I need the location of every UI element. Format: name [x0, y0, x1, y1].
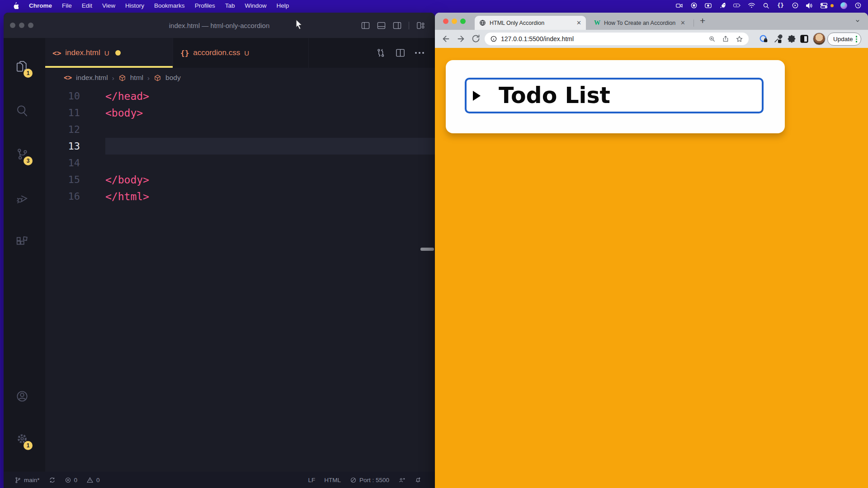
menu-history[interactable]: History [120, 0, 149, 11]
url-text[interactable]: 127.0.0.1:5500/index.html [501, 35, 574, 42]
volume-icon[interactable] [806, 2, 813, 9]
profile-avatar[interactable] [813, 33, 826, 45]
vscode-title-bar[interactable]: index.html — html-only-accordion [4, 13, 435, 38]
problems-errors[interactable]: 0 [65, 477, 78, 483]
browser-tab-active[interactable]: HTML Only Accordion ✕ [475, 16, 586, 30]
wifi-icon[interactable] [748, 2, 755, 9]
problems-warnings[interactable]: 0 [86, 477, 100, 483]
tab-accordion-css[interactable]: {} accordion.css U [173, 38, 309, 68]
line-number: 12 [45, 124, 80, 135]
code-line-current[interactable]: 13 [45, 138, 435, 155]
toggle-sidebar-icon[interactable] [361, 22, 370, 29]
menu-profiles[interactable]: Profiles [190, 0, 220, 11]
git-modified-letter: U [104, 49, 109, 57]
extension-darkmode-icon[interactable] [799, 34, 809, 44]
unsaved-dot-icon[interactable] [115, 50, 121, 56]
accordion-summary[interactable]: Todo List [465, 78, 764, 113]
window-zoom-button[interactable] [460, 19, 466, 24]
site-info-icon[interactable] [490, 35, 497, 42]
code-line[interactable]: 12 [45, 121, 435, 138]
notifications-bell-icon[interactable] [415, 476, 421, 483]
toggle-secondary-sidebar-icon[interactable] [393, 22, 401, 29]
run-debug-icon[interactable] [15, 192, 29, 205]
extensions-puzzle-icon[interactable] [787, 34, 797, 44]
more-actions-icon[interactable] [415, 52, 424, 54]
tab-close-icon[interactable]: ✕ [680, 19, 685, 26]
extension-lock-icon[interactable] [759, 34, 769, 44]
menu-edit[interactable]: Edit [77, 0, 97, 11]
menu-chrome[interactable]: Chrome [24, 0, 57, 11]
vscode-status-bar: main* 0 0 LF HTML Port : [4, 472, 435, 488]
code-editor[interactable]: 10 </head> 11 <body> 12 13 14 [45, 88, 435, 472]
webpage: Todo List [435, 48, 868, 488]
scrollbar-thumb[interactable] [420, 248, 434, 251]
control-center-icon[interactable] [820, 2, 828, 9]
browser-tab[interactable]: W How To Create an Accordion ✕ [590, 16, 690, 30]
code-line[interactable]: 11 <body> [45, 104, 435, 121]
eol-indicator[interactable]: LF [308, 477, 315, 483]
source-control-badge: 3 [24, 156, 33, 165]
forward-icon[interactable] [456, 34, 466, 44]
menu-view[interactable]: View [97, 0, 120, 11]
menu-help[interactable]: Help [271, 0, 294, 11]
breadcrumb-html[interactable]: html [130, 74, 143, 82]
camcorder-icon[interactable] [675, 2, 683, 9]
record-icon[interactable] [690, 2, 698, 9]
search-view-icon[interactable] [15, 104, 29, 117]
share-icon[interactable] [722, 35, 729, 42]
play-circle-icon[interactable] [791, 2, 799, 9]
line-number: 14 [45, 157, 80, 169]
rocket-icon[interactable] [719, 2, 726, 9]
customize-layout-icon[interactable] [416, 22, 425, 29]
account-icon[interactable] [15, 389, 29, 403]
git-branch-status[interactable]: main* [14, 477, 40, 483]
breadcrumb-body[interactable]: body [165, 74, 181, 82]
siri-icon[interactable] [840, 2, 847, 9]
breadcrumb-file[interactable]: index.html [76, 74, 108, 82]
code-line[interactable]: 16 </html> [45, 188, 435, 205]
sync-changes-button[interactable] [49, 477, 56, 483]
code-line[interactable]: 15 </body> [45, 171, 435, 188]
language-mode[interactable]: HTML [324, 477, 341, 483]
menu-tab[interactable]: Tab [220, 0, 240, 11]
address-bar[interactable]: 127.0.0.1:5500/index.html [485, 33, 749, 45]
disclosure-triangle-icon[interactable] [473, 91, 481, 101]
live-server-port[interactable]: Port : 5500 [350, 477, 389, 483]
split-editor-icon[interactable] [396, 48, 405, 57]
settings-badge: 1 [24, 441, 33, 450]
open-changes-icon[interactable] [376, 48, 386, 58]
bookmark-star-icon[interactable] [736, 35, 743, 43]
line-number: 11 [45, 107, 80, 118]
apple-menu[interactable] [6, 0, 24, 11]
chrome-update-button[interactable]: Update [827, 33, 861, 46]
back-icon[interactable] [441, 34, 451, 44]
menu-kebab-icon[interactable] [856, 36, 858, 42]
toggle-panel-icon[interactable] [377, 22, 386, 29]
new-tab-button[interactable]: + [700, 15, 705, 26]
tab-index-html[interactable]: <> index.html U [45, 38, 173, 68]
window-minimize-button[interactable] [452, 19, 457, 24]
camera-icon[interactable] [704, 2, 712, 9]
explorer-badge: 1 [24, 69, 33, 78]
tab-close-icon[interactable]: ✕ [576, 19, 581, 26]
feedback-icon[interactable] [398, 477, 406, 483]
extensions-icon[interactable] [15, 235, 29, 249]
html-file-icon: <> [52, 49, 61, 57]
code-line[interactable]: 10 </head> [45, 88, 435, 104]
tab-search-chevron-icon[interactable] [854, 18, 861, 24]
menu-window[interactable]: Window [240, 0, 271, 11]
current-line-highlight [105, 138, 435, 155]
extension-eyedropper-icon[interactable] [773, 34, 783, 44]
braces-icon[interactable]: {} [777, 2, 784, 9]
menu-bookmarks[interactable]: Bookmarks [149, 0, 190, 11]
mouse-cursor [295, 19, 304, 31]
clock-icon[interactable] [854, 2, 862, 9]
window-close-button[interactable] [443, 19, 448, 24]
search-icon[interactable] [762, 2, 770, 9]
menu-file[interactable]: File [57, 0, 77, 11]
code-line[interactable]: 14 [45, 155, 435, 171]
line-content: </html> [105, 191, 149, 202]
zoom-icon[interactable] [708, 35, 716, 42]
battery-icon[interactable] [733, 2, 741, 9]
reload-icon[interactable] [471, 34, 481, 44]
